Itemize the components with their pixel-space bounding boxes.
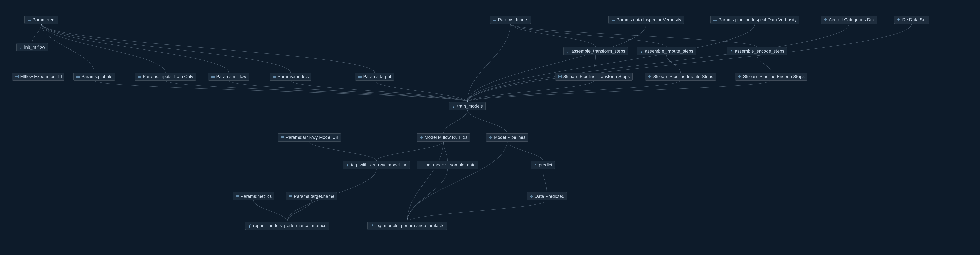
params_data_inspector_verbosity-label: Params:data Inspector Verbosity <box>616 17 681 22</box>
train_models-icon: ƒ <box>452 104 456 108</box>
node-params_models[interactable]: Params:models <box>270 73 311 81</box>
node-params_target_name[interactable]: Params:target.name <box>286 192 337 200</box>
node-sklearn_pipeline_transform_steps[interactable]: Sklearn Pipeline Transform Steps <box>555 73 633 81</box>
params_arr_rwy_model_url-label: Params:arr Rwy Model Url <box>286 135 338 140</box>
svg-rect-54 <box>420 136 421 137</box>
node-data_predicted[interactable]: Data Predicted <box>527 192 567 200</box>
sklearn_pipeline_encode_steps-icon <box>738 74 742 79</box>
node-params_globals[interactable]: Params:globals <box>73 73 115 81</box>
sklearn_pipeline_transform_steps-icon <box>558 74 562 79</box>
svg-rect-33 <box>824 20 825 21</box>
params_inputs-icon <box>493 18 497 22</box>
svg-rect-43 <box>648 75 650 76</box>
svg-rect-38 <box>899 20 900 21</box>
svg-rect-69 <box>531 195 533 196</box>
params_globals-icon <box>76 74 80 79</box>
node-report_models_performance_metrics[interactable]: ƒreport_models_performance_metrics <box>245 222 329 230</box>
assemble_encode_steps-label: assemble_encode_steps <box>735 49 784 54</box>
tag_with_arr_rwy_model_url-icon: ƒ <box>346 163 350 167</box>
init_mlflow-icon: ƒ <box>19 45 23 49</box>
svg-rect-50 <box>740 77 741 78</box>
svg-rect-56 <box>420 138 421 139</box>
params_inputs_train_only-icon <box>137 74 142 79</box>
node-params_pipeline_inspect_verbosity[interactable]: Params:pipeline Inspect Data Verbosity <box>710 16 799 24</box>
node-assemble_encode_steps[interactable]: ƒassemble_encode_steps <box>727 47 787 55</box>
connections-svg <box>0 0 980 255</box>
node-mlflow_experiment_id[interactable]: Mlflow Experiment Id <box>12 73 64 81</box>
params_pipeline_inspect_verbosity-icon <box>713 18 717 22</box>
de_data_set-label: De Data Set <box>902 17 927 22</box>
model_pipelines-icon <box>488 135 493 139</box>
parameters-label: Parameters <box>32 17 56 22</box>
node-init_mlflow[interactable]: ƒinit_mlflow <box>16 43 48 51</box>
assemble_transform_steps-label: assemble_transform_steps <box>571 49 625 54</box>
node-params_arr_rwy_model_url[interactable]: Params:arr Rwy Model Url <box>278 133 341 141</box>
node-params_milflow[interactable]: Params:milflow <box>208 73 249 81</box>
svg-rect-61 <box>491 138 492 139</box>
svg-rect-68 <box>530 195 531 196</box>
params_milflow-icon <box>211 74 215 79</box>
params_target-label: Params:target <box>363 74 391 79</box>
svg-rect-31 <box>824 18 825 19</box>
svg-rect-57 <box>422 138 423 139</box>
node-params_metrics[interactable]: Params:metrics <box>233 192 274 200</box>
model_pipelines-label: Model Pipelines <box>494 135 525 140</box>
params_arr_rwy_model_url-icon <box>280 135 285 139</box>
assemble_impute_steps-label: assemble_impute_steps <box>645 49 693 54</box>
svg-rect-44 <box>650 75 652 76</box>
params_data_inspector_verbosity-icon <box>611 18 615 22</box>
sklearn_pipeline_impute_steps-icon <box>648 74 652 79</box>
node-assemble_transform_steps[interactable]: ƒassemble_transform_steps <box>563 47 628 55</box>
node-aircraft_categories_dict[interactable]: Aircraft Categories Dict <box>821 16 877 24</box>
node-train_models[interactable]: ƒtrain_models <box>449 102 485 110</box>
svg-rect-37 <box>897 20 899 21</box>
svg-rect-6 <box>17 77 19 78</box>
svg-rect-59 <box>491 136 492 137</box>
sklearn_pipeline_transform_steps-label: Sklearn Pipeline Transform Steps <box>563 74 630 79</box>
node-de_data_set[interactable]: De Data Set <box>894 16 929 24</box>
svg-rect-32 <box>826 18 827 19</box>
svg-rect-49 <box>738 77 740 78</box>
svg-rect-45 <box>648 77 650 78</box>
node-tag_with_arr_rwy_model_url[interactable]: ƒtag_with_arr_rwy_model_url <box>343 161 410 169</box>
node-model_pipelines[interactable]: Model Pipelines <box>486 133 528 141</box>
aircraft_categories_dict-icon <box>823 18 827 22</box>
params_inputs-label: Params: Inputs <box>498 17 528 22</box>
node-assemble_impute_steps[interactable]: ƒassemble_impute_steps <box>637 47 696 55</box>
init_mlflow-label: init_mlflow <box>24 44 45 50</box>
mlflow_experiment_id-icon <box>15 74 19 79</box>
report_models_performance_metrics-icon: ƒ <box>248 223 252 228</box>
node-parameters[interactable]: Parameters <box>24 16 58 24</box>
params_models-icon <box>272 74 276 79</box>
node-model_mlflow_run_ids[interactable]: Model Mlflow Run Ids <box>417 133 470 141</box>
params_inputs_train_only-label: Params:Inputs Train Only <box>143 74 193 79</box>
params_target-icon <box>358 74 362 79</box>
node-predict[interactable]: ƒpredict <box>531 161 555 169</box>
svg-rect-70 <box>530 196 531 198</box>
svg-rect-5 <box>15 77 17 78</box>
node-params_inputs[interactable]: Params: Inputs <box>490 16 531 24</box>
node-log_models_sample_data[interactable]: ƒlog_models_sample_data <box>417 161 478 169</box>
svg-rect-36 <box>899 18 900 19</box>
svg-rect-39 <box>558 75 560 76</box>
sklearn_pipeline_impute_steps-label: Sklearn Pipeline Impute Steps <box>653 74 713 79</box>
node-sklearn_pipeline_encode_steps[interactable]: Sklearn Pipeline Encode Steps <box>735 73 807 81</box>
tag_with_arr_rwy_model_url-label: tag_with_arr_rwy_model_url <box>351 162 407 168</box>
pipeline-canvas[interactable]: Parametersƒinit_mlflowMlflow Experiment … <box>0 0 980 255</box>
params_metrics-label: Params:metrics <box>240 194 272 199</box>
node-log_models_performance_artifacts[interactable]: ƒlog_models_performance_artifacts <box>368 222 447 230</box>
log_models_performance_artifacts-label: log_models_performance_artifacts <box>375 223 444 228</box>
svg-rect-60 <box>489 138 490 139</box>
svg-rect-71 <box>531 196 533 198</box>
svg-rect-48 <box>740 75 741 76</box>
node-params_data_inspector_verbosity[interactable]: Params:data Inspector Verbosity <box>608 16 684 24</box>
aircraft_categories_dict-label: Aircraft Categories Dict <box>829 17 875 22</box>
params_target_name-icon <box>288 194 293 198</box>
svg-rect-46 <box>650 77 652 78</box>
log_models_performance_artifacts-icon: ƒ <box>370 223 374 228</box>
node-sklearn_pipeline_impute_steps[interactable]: Sklearn Pipeline Impute Steps <box>645 73 716 81</box>
node-params_target[interactable]: Params:target <box>355 73 394 81</box>
train_models-label: train_models <box>457 103 483 109</box>
node-params_inputs_train_only[interactable]: Params:Inputs Train Only <box>135 73 196 81</box>
svg-rect-55 <box>422 136 423 137</box>
